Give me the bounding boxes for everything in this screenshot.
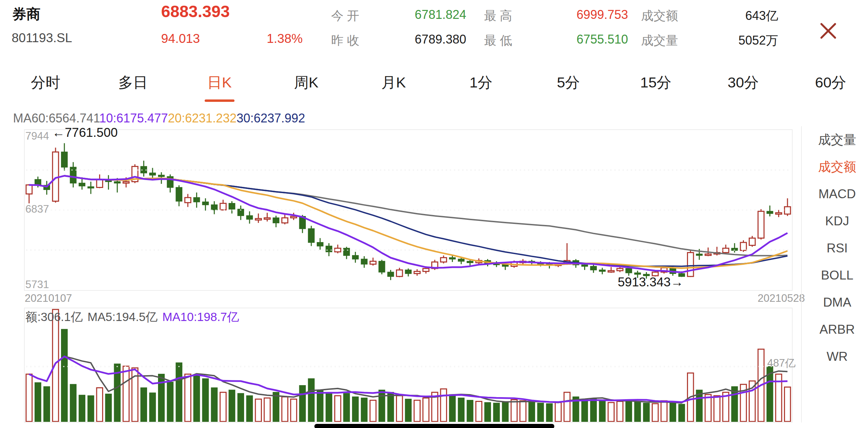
ma30-value: 30:6237.992 <box>237 111 305 125</box>
stock-chart-screen: 券商 801193.SL 6883.393 94.013 1.38% 今 开 6… <box>0 0 868 428</box>
sidebar-item-rsi[interactable]: RSI <box>806 235 868 262</box>
x-axis-end-date: 20210528 <box>736 292 805 305</box>
tab-60min[interactable]: 60分 <box>815 73 846 93</box>
tab-monthly-k[interactable]: 月K <box>381 73 406 93</box>
stat-label-open: 今 开 <box>331 8 372 24</box>
y-axis-tick-mid: 6837 <box>25 203 49 215</box>
low-price-annotation: 5913.343→ <box>618 275 683 289</box>
volume-ma5-value: MA5:194.5亿 <box>87 310 157 323</box>
close-icon[interactable] <box>819 21 838 40</box>
sidebar-item-turnover[interactable]: 成交额 <box>806 153 868 180</box>
y-axis-tick-high: 7944 <box>25 130 49 142</box>
sidebar-item-boll[interactable]: BOLL <box>806 262 868 289</box>
tab-30min[interactable]: 30分 <box>728 73 759 93</box>
tab-1min[interactable]: 1分 <box>470 73 493 93</box>
sidebar-item-arbr[interactable]: ARBR <box>806 316 868 343</box>
stat-value-turnover: 643亿 <box>706 8 778 24</box>
ma10-value: 10:6175.477 <box>99 111 168 125</box>
tab-15min[interactable]: 15分 <box>640 73 672 93</box>
sidebar-item-volume[interactable]: 成交量 <box>806 126 868 153</box>
sidebar-item-wr[interactable]: WR <box>806 343 868 370</box>
sidebar-item-dma[interactable]: DMA <box>806 289 868 316</box>
volume-gridline-label: 487亿 <box>767 356 796 370</box>
stat-value-high: 6999.753 <box>548 8 628 22</box>
sidebar-item-kdj[interactable]: KDJ <box>806 207 868 235</box>
main-candlestick-chart[interactable] <box>24 129 793 291</box>
tab-minute[interactable]: 分时 <box>31 73 60 93</box>
stat-label-volume: 成交量 <box>641 32 682 49</box>
stock-code: 801193.SL <box>12 31 72 45</box>
current-price: 6883.393 <box>161 2 230 21</box>
tab-multiday[interactable]: 多日 <box>118 73 148 93</box>
home-indicator[interactable] <box>314 424 554 428</box>
ma20-value: 20:6231.232 <box>168 111 237 125</box>
sidebar-item-macd[interactable]: MACD <box>806 180 868 207</box>
y-axis-tick-low: 5731 <box>25 278 49 291</box>
tab-weekly-k[interactable]: 周K <box>294 73 318 93</box>
sidebar-divider <box>801 126 802 423</box>
price-change-percent: 1.38% <box>267 32 303 46</box>
stat-value-open: 6781.824 <box>394 8 466 22</box>
stat-label-high: 最 高 <box>484 8 525 24</box>
tab-5min[interactable]: 5分 <box>557 73 580 93</box>
stat-value-low: 6755.510 <box>548 32 628 47</box>
volume-legend: 额:306.1亿MA5:194.5亿MA10:198.7亿 <box>25 309 244 325</box>
stat-value-prev-close: 6789.380 <box>394 32 466 47</box>
volume-ma10-value: MA10:198.7亿 <box>162 310 239 323</box>
tab-daily-k[interactable]: 日K <box>207 73 232 93</box>
ma60-value: MA60:6564.741 <box>13 111 99 125</box>
stock-name: 券商 <box>12 5 40 24</box>
price-change: 94.013 <box>161 32 200 46</box>
volume-plot[interactable] <box>25 308 792 422</box>
turnover-value: 额:306.1亿 <box>25 310 83 323</box>
x-axis-start-date: 20210107 <box>25 292 72 305</box>
stat-value-volume: 5052万 <box>706 32 778 49</box>
candlestick-plot[interactable] <box>25 130 792 290</box>
stat-label-low: 最 低 <box>484 32 525 49</box>
ma-legend: MA60:6564.74110:6175.47720:6231.23230:62… <box>13 111 305 126</box>
indicator-sidebar: 成交量 成交额 MACD KDJ RSI BOLL DMA ARBR WR <box>806 126 868 370</box>
stat-label-prev-close: 昨 收 <box>331 32 372 49</box>
high-price-annotation: ←7761.500 <box>52 126 118 140</box>
stat-label-turnover: 成交额 <box>641 8 682 24</box>
selected-tab-underline <box>205 99 234 102</box>
